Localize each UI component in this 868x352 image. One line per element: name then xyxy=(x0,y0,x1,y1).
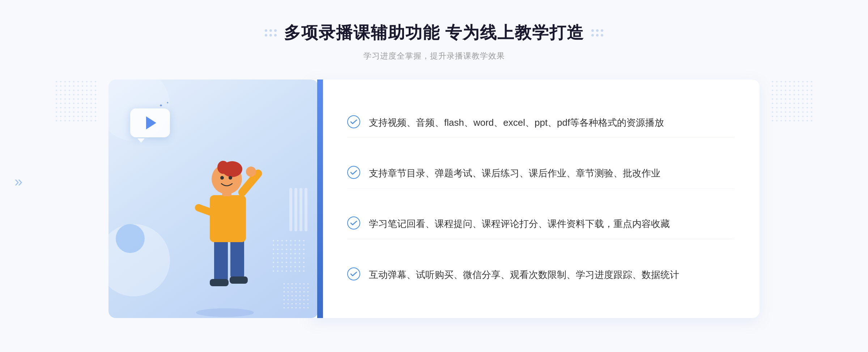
bg-dots-right xyxy=(770,80,814,123)
page-container: » 多项录播课辅助功能 专为线上教学打造 学习进度全掌握，提升录播课教学效果 xyxy=(0,0,868,352)
feature-text-1: 支持视频、音频、flash、word、excel、ppt、pdf等各种格式的资源… xyxy=(369,115,664,130)
svg-rect-2 xyxy=(230,239,244,278)
bg-dots-left xyxy=(54,80,98,123)
check-icon-3 xyxy=(350,220,357,226)
illustration-card: ✦ ✦ xyxy=(109,80,318,318)
svg-rect-5 xyxy=(210,195,246,242)
blue-bar xyxy=(317,80,323,318)
subtitle: 学习进度全掌握，提升录播课教学效果 xyxy=(265,51,604,61)
feature-item-1: 支持视频、音频、flash、word、excel、ppt、pdf等各种格式的资源… xyxy=(347,108,734,138)
deco-circle-small xyxy=(116,224,145,253)
main-title: 多项录播课辅助功能 专为线上教学打造 xyxy=(284,22,584,44)
header-section: 多项录播课辅助功能 专为线上教学打造 学习进度全掌握，提升录播课教学效果 xyxy=(265,22,604,61)
play-bubble-box xyxy=(130,108,170,137)
title-dots-right xyxy=(591,29,603,37)
star-icon-2: ✦ xyxy=(166,101,169,104)
star-icon-1: ✦ xyxy=(159,103,163,108)
check-circle-4 xyxy=(347,267,360,280)
svg-point-13 xyxy=(220,176,224,180)
feature-text-2: 支持章节目录、弹题考试、课后练习、课后作业、章节测验、批改作业 xyxy=(369,166,660,181)
check-circle-3 xyxy=(347,216,360,229)
svg-point-8 xyxy=(246,167,256,177)
svg-rect-4 xyxy=(230,276,248,284)
check-circle-2 xyxy=(347,166,360,179)
svg-rect-1 xyxy=(214,239,228,282)
check-icon-1 xyxy=(350,119,357,124)
bottom-dot-pattern xyxy=(282,282,311,311)
features-panel: 支持视频、音频、flash、word、excel、ppt、pdf等各种格式的资源… xyxy=(311,80,760,318)
svg-point-12 xyxy=(217,161,229,174)
svg-rect-3 xyxy=(210,279,229,286)
feature-text-3: 学习笔记回看、课程提问、课程评论打分、课件资料下载，重点内容收藏 xyxy=(369,216,670,232)
title-dots-left xyxy=(265,29,277,37)
play-icon xyxy=(146,116,156,129)
svg-point-0 xyxy=(196,308,254,317)
person-figure xyxy=(167,116,283,318)
check-icon-4 xyxy=(350,271,357,276)
deco-stripes xyxy=(289,188,311,231)
feature-item-3: 学习笔记回看、课程提问、课程评论打分、课件资料下载，重点内容收藏 xyxy=(347,209,734,239)
svg-point-14 xyxy=(229,176,232,180)
feature-item-2: 支持章节目录、弹题考试、课后练习、课后作业、章节测验、批改作业 xyxy=(347,159,734,189)
check-icon-2 xyxy=(350,170,357,175)
check-circle-1 xyxy=(347,115,360,128)
feature-text-4: 互动弹幕、试听购买、微信分享、观看次数限制、学习进度跟踪、数据统计 xyxy=(369,267,679,283)
header-title-row: 多项录播课辅助功能 专为线上教学打造 xyxy=(265,22,604,44)
chevron-left-icon: » xyxy=(14,173,19,190)
left-side-decoration: » xyxy=(14,173,19,190)
feature-item-4: 互动弹幕、试听购买、微信分享、观看次数限制、学习进度跟踪、数据统计 xyxy=(347,260,734,290)
content-area: ✦ ✦ xyxy=(109,80,760,318)
